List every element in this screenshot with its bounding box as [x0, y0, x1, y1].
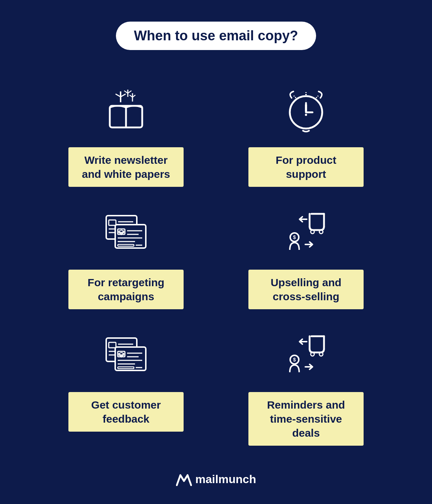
book-sparkle-icon — [95, 79, 157, 140]
cell-reminders: $ Reminders and time-sensitive deals — [216, 316, 396, 453]
svg-line-3 — [116, 94, 121, 97]
newsletter-label: Write newsletter and white papers — [82, 154, 170, 180]
cart-person-icon: $ — [275, 201, 337, 262]
svg-point-39 — [319, 230, 323, 234]
brand-logo: mailmunch — [176, 472, 256, 486]
alarm-clock-icon — [275, 79, 337, 140]
newsletter-label-box: Write newsletter and white papers — [68, 147, 184, 187]
feedback-label-box: Get customer feedback — [68, 392, 184, 432]
retargeting-label-box: For retargeting campaigns — [68, 270, 184, 309]
svg-rect-43 — [109, 342, 116, 348]
svg-point-38 — [311, 230, 314, 234]
title-container: When to use email copy? — [116, 22, 316, 50]
svg-rect-18 — [305, 114, 307, 116]
product-support-label: For product support — [276, 154, 336, 180]
svg-line-16 — [316, 96, 318, 98]
cart-person2-icon: $ — [275, 324, 337, 385]
retargeting-label: For retargeting campaigns — [87, 276, 164, 302]
cell-feedback: Get customer feedback — [36, 316, 216, 453]
cell-product-support: For product support — [216, 72, 396, 194]
svg-text:$: $ — [293, 234, 296, 240]
cell-newsletter: Write newsletter and white papers — [36, 72, 216, 194]
cards2-icon — [95, 324, 157, 385]
svg-rect-17 — [305, 104, 307, 112]
svg-text:$: $ — [293, 357, 296, 363]
product-support-label-box: For product support — [248, 147, 364, 187]
svg-line-15 — [294, 96, 296, 98]
svg-rect-20 — [109, 220, 116, 225]
cards-icon — [95, 201, 157, 262]
cell-upselling: $ Upselling and cross-selling — [216, 194, 396, 316]
svg-point-62 — [319, 352, 323, 356]
cell-retargeting: For retargeting campaigns — [36, 194, 216, 316]
page-title: When to use email copy? — [134, 28, 298, 43]
content-grid: Write newsletter and white papers — [36, 72, 396, 453]
brand-name: mailmunch — [195, 473, 256, 486]
svg-line-4 — [121, 94, 126, 97]
upselling-label: Upselling and cross-selling — [271, 276, 342, 302]
svg-point-61 — [311, 352, 314, 356]
reminders-label-box: Reminders and time-sensitive deals — [248, 392, 364, 446]
upselling-label-box: Upselling and cross-selling — [248, 270, 364, 309]
mailmunch-icon — [176, 472, 192, 486]
footer: mailmunch — [176, 472, 256, 486]
feedback-label: Get customer feedback — [91, 399, 161, 425]
reminders-label: Reminders and time-sensitive deals — [267, 399, 345, 439]
